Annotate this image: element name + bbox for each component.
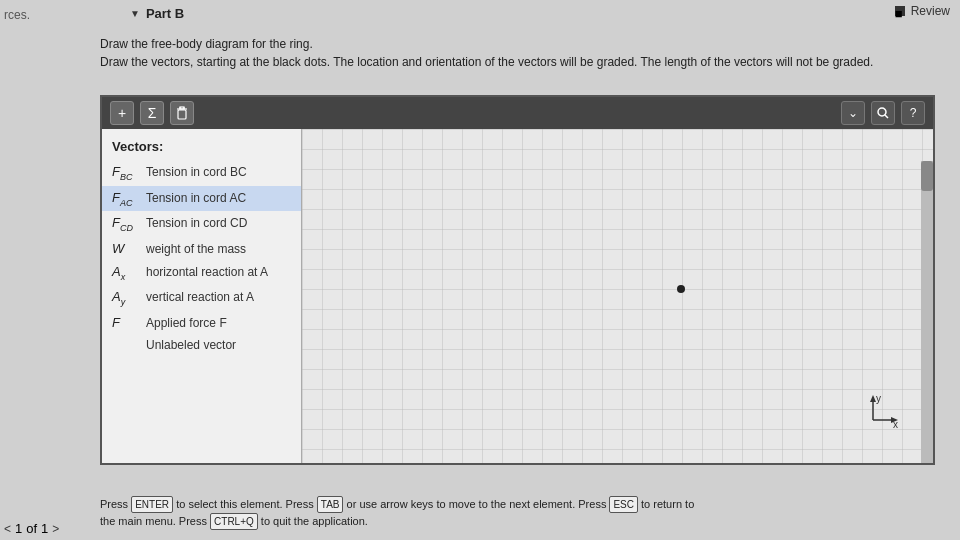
enter-key: ENTER [131, 496, 173, 513]
status-line2: the main menu. Press CTRL+Q to quit the … [100, 513, 935, 530]
vector-name-fbc: FBC [112, 164, 140, 182]
svg-line-7 [885, 115, 888, 118]
vector-item-fac[interactable]: FAC Tension in cord AC [102, 186, 301, 212]
search-button[interactable] [871, 101, 895, 125]
page-separator: of [26, 521, 37, 536]
vector-item-fbc[interactable]: FBC Tension in cord BC [102, 160, 301, 186]
vector-desc-fbc: Tension in cord BC [146, 165, 247, 179]
vector-name-w: W [112, 241, 140, 256]
part-b-title: Part B [146, 6, 184, 21]
page-current: 1 [15, 521, 22, 536]
help-button[interactable]: ? [901, 101, 925, 125]
vector-name-ax: Ax [112, 264, 140, 282]
vector-desc-f: Applied force F [146, 316, 227, 330]
vector-desc-fcd: Tension in cord CD [146, 216, 247, 230]
instructions: Draw the free-body diagram for the ring.… [100, 35, 930, 71]
vectors-panel: Vectors: FBC Tension in cord BC FAC Tens… [102, 129, 302, 463]
part-b-header: ▼ Part B [130, 6, 184, 21]
scroll-thumb[interactable] [921, 161, 933, 191]
vector-desc-unlabeled: Unlabeled vector [146, 338, 236, 352]
vector-item-ax[interactable]: Ax horizontal reaction at A [102, 260, 301, 286]
vector-desc-w: weight of the mass [146, 242, 246, 256]
vector-item-w[interactable]: W weight of the mass [102, 237, 301, 260]
review-label: Review [911, 4, 950, 18]
status-line1: Press ENTER to select this element. Pres… [100, 496, 935, 513]
page-nav: < 1 of 1 > [0, 517, 63, 540]
vector-name-f: F [112, 315, 140, 330]
svg-text:y: y [876, 393, 881, 404]
next-page-button[interactable]: > [52, 522, 59, 536]
prev-page-button[interactable]: < [4, 522, 11, 536]
vectors-title: Vectors: [102, 135, 301, 160]
vector-desc-ay: vertical reaction at A [146, 290, 254, 304]
tab-key: TAB [317, 496, 344, 513]
vector-desc-ax: horizontal reaction at A [146, 265, 268, 279]
top-bar: ■ Review [885, 0, 960, 22]
instruction-line2: Draw the vectors, starting at the black … [100, 53, 930, 71]
vector-item-ay[interactable]: Ay vertical reaction at A [102, 285, 301, 311]
vector-desc-fac: Tension in cord AC [146, 191, 246, 205]
trash-button[interactable] [170, 101, 194, 125]
ctrl-q-key: CTRL+Q [210, 513, 258, 530]
vector-name-ay: Ay [112, 289, 140, 307]
scrollbar[interactable] [921, 161, 933, 463]
sigma-button[interactable]: Σ [140, 101, 164, 125]
diagram-body: Vectors: FBC Tension in cord BC FAC Tens… [102, 129, 933, 463]
svg-text:x: x [893, 419, 898, 430]
vector-name-fcd: FCD [112, 215, 140, 233]
instruction-line1: Draw the free-body diagram for the ring. [100, 35, 930, 53]
toolbar: + Σ ⌄ ? [102, 97, 933, 129]
triangle-icon: ▼ [130, 8, 140, 19]
black-dot [677, 285, 685, 293]
esc-key: ESC [609, 496, 638, 513]
vector-item-unlabeled[interactable]: Unlabeled vector [102, 334, 301, 356]
svg-rect-5 [180, 107, 184, 109]
vector-name-fac: FAC [112, 190, 140, 208]
vector-item-fcd[interactable]: FCD Tension in cord CD [102, 211, 301, 237]
coord-indicator: y x [863, 390, 903, 433]
vector-item-f[interactable]: F Applied force F [102, 311, 301, 334]
svg-point-6 [878, 108, 886, 116]
page-total: 1 [41, 521, 48, 536]
status-bar: Press ENTER to select this element. Pres… [100, 496, 935, 530]
left-label: rces. [4, 8, 30, 22]
review-icon: ■ [895, 6, 905, 16]
svg-rect-0 [178, 110, 186, 119]
toolbar-right: ⌄ ? [841, 101, 925, 125]
drawing-area[interactable]: y x [302, 129, 933, 463]
diagram-container: + Σ ⌄ ? Vectors: [100, 95, 935, 465]
add-button[interactable]: + [110, 101, 134, 125]
chevron-button[interactable]: ⌄ [841, 101, 865, 125]
